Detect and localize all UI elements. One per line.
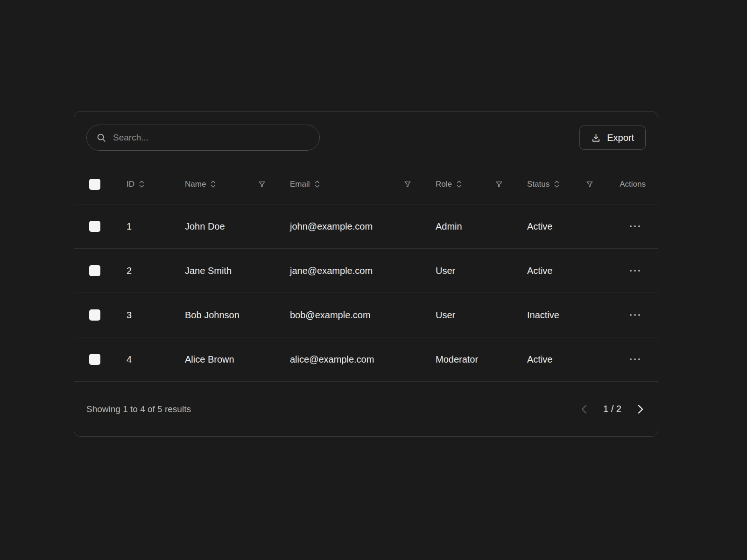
cell-name: Alice Brown	[185, 354, 290, 365]
search-box[interactable]	[86, 125, 320, 151]
chevron-right-icon	[637, 404, 644, 414]
row-actions-button[interactable]	[626, 222, 644, 231]
column-label-actions: Actions	[620, 180, 646, 189]
cell-email: jane@example.com	[290, 266, 436, 276]
search-input[interactable]	[113, 133, 310, 143]
table-row: 2 Jane Smith jane@example.com User Activ…	[74, 249, 658, 293]
cell-id: 4	[127, 354, 185, 365]
search-icon	[96, 133, 106, 143]
cell-status: Active	[527, 266, 618, 276]
cell-name: Bob Johnson	[185, 310, 290, 321]
column-header-email: Email	[290, 180, 436, 189]
cell-id: 3	[127, 310, 185, 321]
sort-icon-name[interactable]	[210, 180, 216, 189]
toolbar: Export	[74, 112, 658, 164]
cell-status: Active	[527, 221, 618, 232]
cell-name: John Doe	[185, 221, 290, 232]
row-checkbox[interactable]	[89, 265, 100, 276]
row-checkbox[interactable]	[89, 354, 100, 365]
next-page-button[interactable]	[635, 402, 646, 416]
chevron-left-icon	[581, 404, 587, 414]
cell-role: Moderator	[436, 354, 527, 365]
sort-icon-id[interactable]	[138, 180, 144, 189]
row-actions-button[interactable]	[626, 266, 644, 275]
cell-status: Active	[527, 354, 618, 365]
sort-icon-status[interactable]	[553, 180, 559, 189]
export-button[interactable]: Export	[579, 126, 646, 150]
select-all-checkbox[interactable]	[89, 179, 100, 190]
page-indicator: 1 / 2	[603, 404, 621, 414]
prev-page-button[interactable]	[579, 402, 589, 416]
filter-icon-role[interactable]	[495, 181, 503, 188]
cell-email: alice@example.com	[290, 354, 436, 365]
row-checkbox[interactable]	[89, 221, 100, 232]
row-actions-button[interactable]	[626, 310, 644, 320]
column-label-id: ID	[127, 180, 134, 189]
sort-icon-role[interactable]	[456, 180, 462, 189]
cell-role: User	[436, 310, 527, 321]
cell-id: 1	[127, 221, 185, 232]
cell-email: bob@example.com	[290, 310, 436, 321]
cell-id: 2	[127, 266, 185, 276]
row-checkbox[interactable]	[89, 309, 100, 321]
cell-status: Inactive	[527, 310, 618, 321]
cell-name: Jane Smith	[185, 266, 290, 276]
table-row: 1 John Doe john@example.com Admin Active	[74, 204, 658, 249]
filter-icon-status[interactable]	[586, 181, 593, 188]
export-label: Export	[607, 133, 634, 143]
column-label-name: Name	[185, 180, 206, 189]
data-table-panel: Export ID Name	[74, 111, 658, 437]
filter-icon-name[interactable]	[258, 181, 266, 188]
filter-icon-email[interactable]	[404, 181, 411, 188]
column-label-status: Status	[527, 180, 550, 189]
column-header-role: Role	[436, 180, 527, 189]
column-label-email: Email	[290, 180, 310, 189]
download-icon	[591, 133, 601, 143]
column-header-status: Status	[527, 180, 618, 189]
row-actions-button[interactable]	[626, 355, 644, 364]
cell-role: Admin	[436, 221, 527, 232]
column-label-role: Role	[436, 180, 452, 189]
column-header-name: Name	[185, 180, 290, 189]
cell-email: john@example.com	[290, 221, 436, 232]
pagination: 1 / 2	[579, 402, 646, 416]
table-row: 3 Bob Johnson bob@example.com User Inact…	[74, 293, 658, 337]
cell-role: User	[436, 266, 527, 276]
table-header-row: ID Name Email	[74, 164, 658, 204]
table-row: 4 Alice Brown alice@example.com Moderato…	[74, 337, 658, 382]
table-footer: Showing 1 to 4 of 5 results 1 / 2	[74, 382, 658, 436]
column-header-actions: Actions	[618, 180, 658, 189]
sort-icon-email[interactable]	[314, 180, 320, 189]
results-summary: Showing 1 to 4 of 5 results	[86, 404, 191, 414]
column-header-id: ID	[127, 180, 185, 189]
